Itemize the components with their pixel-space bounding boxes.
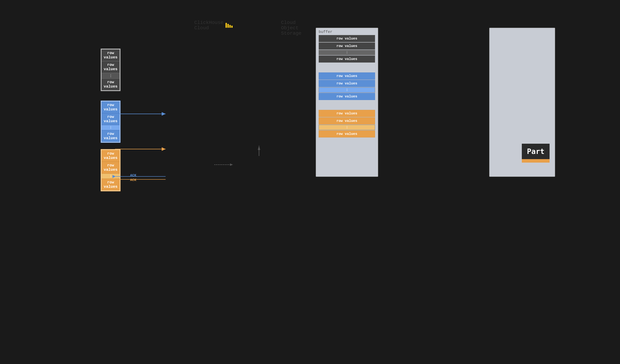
ch-blue-dots: ⋮ bbox=[319, 87, 375, 93]
clickhouse-logo bbox=[226, 23, 233, 28]
blue-block-group: row values row values ⋮ row values bbox=[101, 101, 121, 143]
gray-row-3: row values bbox=[101, 78, 120, 90]
ch-blue-row-1: row values bbox=[319, 73, 375, 80]
ch-gray-row-2: row values bbox=[319, 43, 375, 50]
ch-gap-1 bbox=[319, 63, 375, 73]
orange-row-2: row values bbox=[101, 162, 120, 174]
orange-block-group: row values row values ⋮ row values bbox=[101, 149, 121, 191]
blue-row-3: row values bbox=[101, 130, 120, 142]
gray-block-outer: row values row values ⋮ row values bbox=[101, 48, 121, 91]
ack-label-blue: ACK bbox=[130, 173, 136, 177]
blue-row-1: row values bbox=[101, 102, 120, 113]
ch-orange-dots: ⋮ bbox=[319, 125, 375, 130]
ch-gray-row-1: row values bbox=[319, 35, 375, 42]
cos-box: Part bbox=[489, 28, 555, 177]
ch-orange-row-1: row values bbox=[319, 110, 375, 117]
orange-row-3: row values bbox=[101, 179, 120, 190]
orange-block-outer: row values row values ⋮ row values bbox=[101, 149, 121, 191]
orange-dots: ⋮ bbox=[101, 174, 120, 179]
ch-bar-3 bbox=[229, 25, 231, 28]
gray-row-2: row values bbox=[101, 61, 120, 73]
part-block: Part bbox=[522, 144, 550, 163]
ch-orange-row-2: row values bbox=[319, 117, 375, 124]
ch-gray-dots: ⋮ bbox=[319, 50, 375, 55]
gray-row-1: row values bbox=[101, 49, 120, 61]
clickhouse-title: ClickHouse Cloud bbox=[194, 20, 223, 31]
blue-row-2: row values bbox=[101, 113, 120, 125]
orange-row-1: row values bbox=[101, 150, 120, 162]
ch-gray-row-3: row values bbox=[319, 56, 375, 63]
ch-blue-row-2: row values bbox=[319, 80, 375, 87]
ch-blue-row-3: row values bbox=[319, 93, 375, 100]
ch-bar-2 bbox=[227, 24, 229, 28]
ack-labels: ACK ACK bbox=[130, 173, 136, 289]
gray-block-group: row values row values ⋮ row values bbox=[101, 48, 121, 91]
gray-dots: ⋮ bbox=[101, 73, 120, 78]
cos-header: Cloud Object Storage bbox=[281, 20, 301, 36]
blue-dots: ⋮ bbox=[101, 125, 120, 130]
part-bottom-bar bbox=[522, 159, 550, 163]
ch-inner-blocks: row values row values ⋮ row values row v… bbox=[319, 35, 375, 138]
ch-orange-row-3: row values bbox=[319, 130, 375, 137]
ch-gap-2 bbox=[319, 100, 375, 110]
blue-block-outer: row values row values ⋮ row values bbox=[101, 101, 121, 143]
ch-bar-1 bbox=[226, 23, 227, 28]
ack-label-orange: ACK bbox=[130, 178, 136, 182]
diagram-container: row values row values ⋮ row values row v… bbox=[73, 28, 593, 322]
buffer-label: buffer bbox=[319, 30, 332, 34]
ch-bar-4 bbox=[231, 26, 233, 28]
part-label: Part bbox=[522, 144, 550, 159]
clickhouse-box: buffer row values row values ⋮ row value… bbox=[316, 28, 378, 177]
